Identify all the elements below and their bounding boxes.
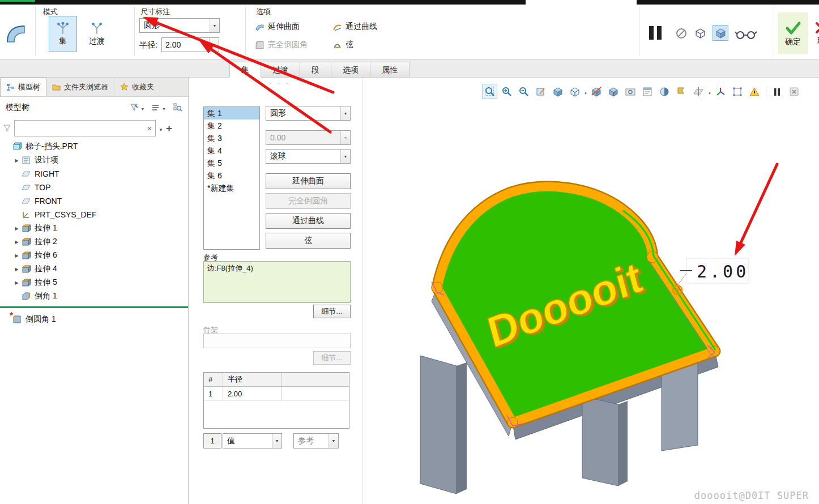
add-filter-icon[interactable] xyxy=(166,123,172,134)
chord-option[interactable]: 弦 xyxy=(330,37,356,52)
fillet-sets-list: 集 1 集 2 集 3 集 4 集 5 集 6 *新建集 xyxy=(203,106,260,250)
fillet-set-item[interactable]: 集 2 xyxy=(204,119,259,132)
panel-ball-value: 滚球 xyxy=(266,150,340,163)
attached-preview-toggle[interactable] xyxy=(713,25,728,41)
fillet-set-item[interactable]: 集 3 xyxy=(204,132,259,144)
fillet-set-item[interactable]: 集 6 xyxy=(204,169,259,182)
tree-item[interactable]: 拉伸 1 xyxy=(0,221,188,235)
chevron-down-icon[interactable] xyxy=(209,38,219,52)
navigator-tabs: 模型树 文件夹浏览器 收藏夹 xyxy=(0,78,188,97)
radius-table-header-radius: 半径 xyxy=(223,373,282,386)
radius-row-value[interactable]: 2.00 xyxy=(223,387,282,400)
clear-filter-icon[interactable] xyxy=(144,123,155,134)
pause-feature-button[interactable] xyxy=(646,24,665,42)
panel-conic-select[interactable]: 0.00 xyxy=(266,130,351,145)
radius-combo[interactable] xyxy=(161,37,219,52)
dashboard-tab[interactable]: 选项 xyxy=(331,62,370,78)
full-round-button[interactable]: 完全倒圆角 xyxy=(266,193,351,209)
chevron-down-icon[interactable] xyxy=(329,434,338,448)
expand-arrow-icon[interactable] xyxy=(12,158,21,163)
full-round-option[interactable]: 完全倒圆角 xyxy=(253,37,310,52)
expand-arrow-icon[interactable] xyxy=(12,280,21,285)
ok-button[interactable]: 确定 xyxy=(778,12,808,54)
tree-settings-button[interactable] xyxy=(151,103,166,112)
chevron-down-icon[interactable] xyxy=(340,150,350,163)
model-leg-side[interactable] xyxy=(457,362,467,494)
sets-mode-button[interactable]: 集 xyxy=(49,16,77,52)
radius-input[interactable] xyxy=(162,38,209,52)
model-tree: 梯子-挡头.PRT 设计项 RIGHT TOP xyxy=(0,140,188,303)
extend-surface-button[interactable]: 延伸曲面 xyxy=(266,173,351,189)
tree-item[interactable]: PRT_CSYS_DEF xyxy=(0,208,188,221)
filter-history-chevron-icon[interactable] xyxy=(159,123,163,134)
shape-type-select[interactable]: 圆形 xyxy=(139,18,220,33)
radius-value-type-select[interactable]: 值 xyxy=(223,433,282,449)
panel-ball-select[interactable]: 滚球 xyxy=(266,149,351,164)
expand-arrow-icon[interactable] xyxy=(12,240,21,245)
tree-filters-button[interactable] xyxy=(130,103,144,112)
tree-item-label: 拉伸 6 xyxy=(35,250,57,260)
tree-item[interactable]: 设计项 xyxy=(0,153,188,167)
tree-item[interactable]: 拉伸 5 xyxy=(0,276,188,289)
panel-shape-select[interactable]: 圆形 xyxy=(266,106,351,121)
transition-mode-button[interactable]: 过渡 xyxy=(80,16,113,52)
chevron-down-icon[interactable] xyxy=(160,103,166,112)
fillet-set-item[interactable]: 集 5 xyxy=(204,157,259,169)
dashboard-tab[interactable]: 段 xyxy=(300,62,331,78)
expand-arrow-icon[interactable] xyxy=(12,226,21,231)
radius-ref-type-select[interactable]: 参考 xyxy=(293,433,339,449)
fillet-set-item[interactable]: 集 1 xyxy=(204,107,259,119)
cancel-button[interactable]: 取 xyxy=(810,12,819,54)
group-separator xyxy=(35,7,36,55)
tab-model-tree[interactable]: 模型树 xyxy=(0,78,46,96)
chevron-down-icon[interactable] xyxy=(210,19,219,32)
radius-table-header-num: # xyxy=(204,373,223,386)
no-preview-toggle[interactable] xyxy=(674,26,689,41)
tab-folder-browser[interactable]: 文件夹浏览器 xyxy=(46,78,114,96)
extend-surface-option[interactable]: 延伸曲面 xyxy=(253,19,302,34)
tree-item-pending-round[interactable]: 倒圆角 1 xyxy=(0,313,188,326)
tree-filter-input[interactable] xyxy=(15,124,144,133)
panel-drag-handle[interactable] xyxy=(261,80,291,87)
spine-details-button[interactable]: 细节... xyxy=(313,351,351,365)
dashboard-tab[interactable]: 属性 xyxy=(370,62,410,78)
graphics-area[interactable]: Dooooit Dooooit 2.00 dooooit@D0IT SUPER xyxy=(363,78,819,504)
model-left-leg[interactable] xyxy=(420,356,457,494)
radius-drag-handle-dot[interactable] xyxy=(676,288,679,292)
tree-item[interactable]: 倒角 1 xyxy=(0,289,188,303)
expand-arrow-icon[interactable] xyxy=(12,267,21,272)
dashboard-tab[interactable]: 过渡 xyxy=(261,62,300,78)
chevron-down-icon[interactable] xyxy=(272,434,281,448)
through-curve-option[interactable]: 通过曲线 xyxy=(330,19,379,34)
navigator-panel: 模型树 文件夹浏览器 收藏夹 模型树 xyxy=(0,78,189,504)
model-middle-leg[interactable] xyxy=(582,396,618,486)
tree-item[interactable]: RIGHT xyxy=(0,167,188,181)
geometry-preview-toggle[interactable] xyxy=(692,25,708,41)
tree-item[interactable]: 拉伸 2 xyxy=(0,235,188,249)
radius-table-row[interactable]: 1 2.00 xyxy=(204,387,349,401)
tree-item[interactable]: FRONT xyxy=(0,194,188,208)
tree-item[interactable]: TOP xyxy=(0,181,188,194)
through-curve-button[interactable]: 通过曲线 xyxy=(266,213,351,229)
chord-button[interactable]: 弦 xyxy=(266,233,351,249)
fillet-set-item[interactable]: *新建集 xyxy=(204,182,259,194)
3d-model-viewport[interactable]: Dooooit Dooooit 2.00 xyxy=(363,78,819,504)
expand-arrow-icon[interactable] xyxy=(12,253,21,258)
tree-item[interactable]: 拉伸 4 xyxy=(0,262,188,276)
feature-preview-button[interactable] xyxy=(734,28,758,41)
chevron-down-icon[interactable] xyxy=(340,106,350,120)
spine-collector[interactable] xyxy=(203,334,351,348)
model-leg-side[interactable] xyxy=(618,401,628,486)
tree-item[interactable]: 拉伸 6 xyxy=(0,249,188,262)
fillet-set-item[interactable]: 集 4 xyxy=(204,144,259,157)
dashboard-tab[interactable]: 集 xyxy=(229,62,261,78)
tree-item[interactable]: 梯子-挡头.PRT xyxy=(0,140,188,153)
chevron-down-icon[interactable] xyxy=(139,103,144,112)
dimension-value[interactable]: 2.00 xyxy=(697,262,749,281)
model-right-leg[interactable] xyxy=(662,361,698,451)
tab-favorites[interactable]: 收藏夹 xyxy=(114,78,160,96)
tree-search-button[interactable] xyxy=(173,102,182,112)
reference-item[interactable]: 边:F8(拉伸_4) xyxy=(204,262,350,275)
reference-details-button[interactable]: 细节... xyxy=(313,305,351,318)
radius-table: # 半径 1 2.00 xyxy=(203,372,349,429)
